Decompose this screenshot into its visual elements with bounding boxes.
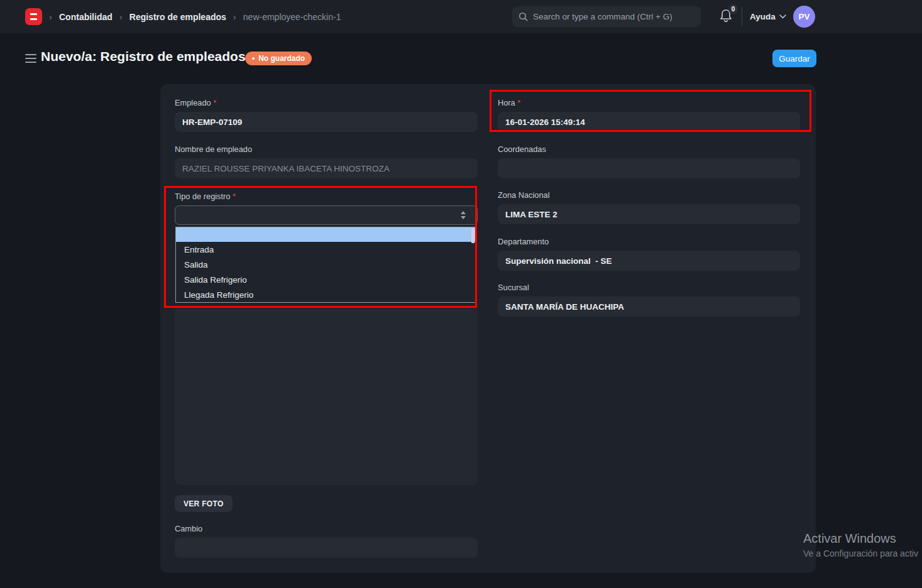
sidebar-toggle-icon[interactable] [25, 54, 36, 63]
breadcrumb: › Contabilidad › Registro de empleados ›… [25, 0, 341, 33]
tipo-registro-select[interactable] [175, 205, 478, 225]
notifications-button[interactable]: 0 [718, 8, 736, 26]
departamento-label: Departamento [498, 237, 800, 246]
breadcrumb-item-current: new-employee-checkin-1 [243, 12, 341, 22]
cambio-label: Cambio [175, 524, 478, 533]
help-menu-label: Ayuda [750, 12, 776, 21]
chevron-right-icon: › [233, 11, 236, 22]
tipo-registro-label: Tipo de registro * [175, 192, 478, 201]
search-input[interactable] [533, 12, 694, 21]
sucursal-label: Sucursal [498, 283, 800, 292]
zona-nacional-input[interactable]: LIMA ESTE 2 [498, 204, 800, 224]
watermark-line2: Ve a Configuración para activ [803, 548, 918, 558]
dropdown-option-empty[interactable] [176, 227, 475, 242]
save-button[interactable]: Guardar [772, 50, 816, 67]
dropdown-option-salida[interactable]: Salida [176, 257, 475, 272]
user-avatar[interactable]: PV [793, 6, 815, 28]
dropdown-option-llegada-refrigerio[interactable]: Llegada Refrigerio [176, 287, 475, 302]
ver-foto-button[interactable]: VER FOTO [175, 495, 233, 512]
navbar: › Contabilidad › Registro de empleados ›… [0, 0, 922, 33]
breadcrumb-item-registro[interactable]: Registro de empleados [129, 12, 226, 22]
nombre-empleado-label: Nombre de empleado [175, 144, 478, 154]
select-updown-icon [461, 211, 466, 219]
coordenadas-label: Coordenadas [498, 144, 800, 154]
global-search[interactable] [512, 6, 701, 27]
navbar-divider [742, 7, 742, 26]
cambio-input[interactable] [175, 538, 478, 558]
breadcrumb-item-contabilidad[interactable]: Contabilidad [59, 12, 113, 22]
status-badge: • No guardado [245, 52, 312, 65]
empleado-input[interactable]: HR-EMP-07109 [175, 112, 478, 132]
watermark-line1: Activar Windows [803, 531, 918, 546]
app-logo-icon[interactable] [25, 8, 42, 25]
foto-preview-panel [175, 307, 478, 485]
status-dot: • [252, 54, 255, 63]
windows-activation-watermark: Activar Windows Ve a Configuración para … [803, 531, 918, 558]
zona-nacional-label: Zona Nacional [498, 190, 800, 200]
search-icon [519, 12, 528, 21]
nombre-empleado-input: RAZIEL ROUSSE PRIYANKA IBACETA HINOSTROZ… [175, 158, 478, 178]
chevron-right-icon: › [49, 11, 52, 22]
coordenadas-input[interactable] [498, 158, 800, 178]
hora-label: Hora * [498, 98, 800, 107]
dropdown-option-salida-refrigerio[interactable]: Salida Refrigerio [176, 272, 475, 287]
chevron-right-icon: › [119, 11, 123, 22]
status-badge-label: No guardado [258, 54, 305, 63]
dropdown-scrollbar[interactable] [471, 228, 475, 243]
tipo-registro-dropdown: Entrada Salida Salida Refrigerio Llegada… [175, 227, 476, 303]
dropdown-option-entrada[interactable]: Entrada [176, 242, 475, 257]
chevron-down-icon [779, 14, 786, 19]
empleado-label: Empleado * [175, 98, 478, 107]
notification-count-badge: 0 [728, 4, 738, 14]
sucursal-input[interactable]: SANTA MARÍA DE HUACHIPA [498, 297, 800, 317]
page-title: Nuevo/a: Registro de empleados [41, 49, 246, 64]
help-menu[interactable]: Ayuda [750, 0, 786, 33]
departamento-input[interactable]: Supervisión nacional - SE [498, 251, 800, 271]
hora-input[interactable]: 16-01-2026 15:49:14 [498, 112, 800, 132]
